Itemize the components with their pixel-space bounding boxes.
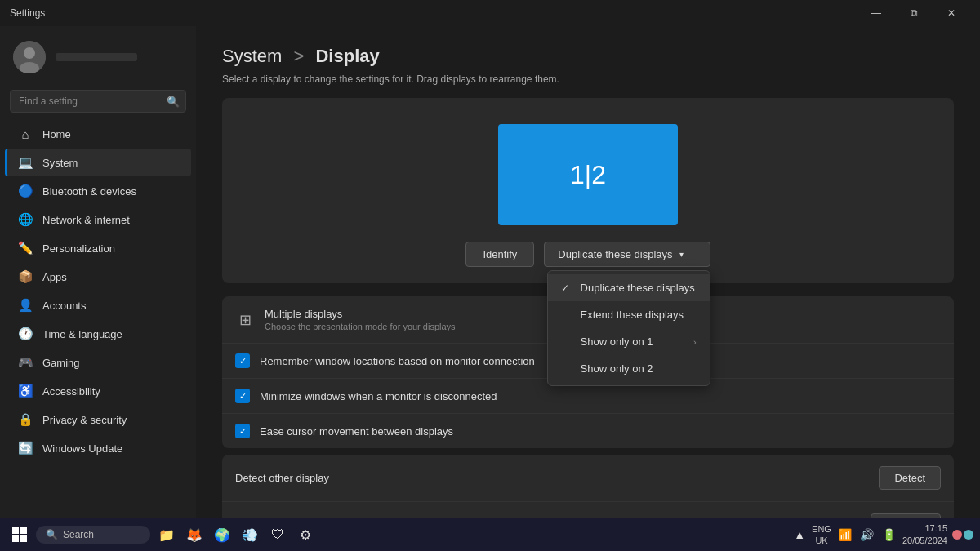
- dropdown-item-label: Duplicate these displays: [581, 282, 695, 294]
- privacy-icon: 🔒: [18, 412, 33, 427]
- dropdown-item-duplicate[interactable]: ✓ Duplicate these displays: [548, 274, 710, 301]
- display-preview-area: 1|2 Identify Duplicate these displays ▾ …: [222, 98, 954, 283]
- sidebar-item-privacy[interactable]: 🔒 Privacy & security: [5, 406, 191, 433]
- checkbox-minimize-windows[interactable]: [235, 389, 250, 403]
- display-buttons: Identify Duplicate these displays ▾ ✓ Du…: [466, 242, 710, 267]
- breadcrumb-parent: System: [222, 46, 282, 66]
- dropdown-item-label: Show only on 2: [581, 362, 653, 375]
- svg-rect-4: [20, 527, 27, 534]
- detect-display-title: Detect other display: [235, 472, 869, 484]
- apps-label: Apps: [42, 271, 67, 283]
- restore-button[interactable]: ⧉: [895, 0, 933, 26]
- close-button[interactable]: ✕: [933, 0, 970, 26]
- user-profile[interactable]: [0, 33, 196, 87]
- sidebar-item-accessibility[interactable]: ♿ Accessibility: [5, 377, 191, 405]
- dropdown-item-show1[interactable]: Show only on 1 ›: [548, 328, 710, 355]
- taskbar-search[interactable]: 🔍 Search: [36, 526, 150, 544]
- systray-chevron[interactable]: ▲: [792, 527, 807, 543]
- sidebar-item-accounts[interactable]: 👤 Accounts: [5, 291, 191, 319]
- accounts-label: Accounts: [42, 300, 86, 312]
- firefox-icon[interactable]: 🦊: [181, 522, 207, 548]
- checkbox-remember-window[interactable]: [235, 353, 250, 368]
- accounts-icon: 👤: [18, 298, 33, 313]
- dropdown-menu: ✓ Duplicate these displays Extend these …: [547, 270, 710, 386]
- battery-icon[interactable]: 🔋: [880, 527, 898, 543]
- detect-display-text: Detect other display: [235, 472, 869, 484]
- gaming-label: Gaming: [42, 357, 80, 369]
- connect-wireless-button[interactable]: Connect: [871, 513, 941, 518]
- svg-point-1: [24, 47, 35, 59]
- clock: 17:15 20/05/2024: [902, 522, 947, 548]
- home-label: Home: [42, 128, 71, 140]
- start-button[interactable]: [7, 522, 33, 548]
- window-controls: — ⧉ ✕: [858, 0, 970, 26]
- dropdown-item-label: Extend these displays: [581, 309, 684, 321]
- dropdown-item-label: Show only on 1: [581, 335, 653, 348]
- volume-icon[interactable]: 🔊: [858, 527, 875, 543]
- sidebar-item-system[interactable]: 💻 System: [5, 149, 191, 176]
- breadcrumb-separator: >: [293, 46, 304, 66]
- sidebar-item-home[interactable]: ⌂ Home: [5, 120, 191, 148]
- checkbox-label-minimize-windows: Minimize windows when a monitor is disco…: [260, 390, 497, 402]
- multiple-displays-icon: ⊞: [235, 311, 255, 329]
- time: 17:15: [902, 522, 947, 535]
- sidebar-item-bluetooth[interactable]: 🔵 Bluetooth & devices: [5, 177, 191, 205]
- lang-line1: ENG: [812, 523, 831, 535]
- personalization-icon: ✏️: [18, 241, 33, 256]
- detect-display-button[interactable]: Detect: [879, 466, 941, 490]
- update-label: Windows Update: [42, 442, 122, 455]
- vpn-icon[interactable]: 🛡: [265, 522, 291, 548]
- sidebar-item-time[interactable]: 🕐 Time & language: [5, 320, 191, 348]
- window-title: Settings: [10, 7, 858, 19]
- app-icon[interactable]: 💨: [237, 522, 263, 548]
- sidebar-item-apps[interactable]: 📦 Apps: [5, 263, 191, 291]
- sidebar-item-network[interactable]: 🌐 Network & internet: [5, 206, 191, 233]
- arrow-right-icon: ›: [693, 337, 697, 347]
- search-box[interactable]: 🔍: [10, 90, 186, 113]
- search-icon[interactable]: 🔍: [167, 96, 180, 108]
- browser-icon[interactable]: 🌍: [209, 522, 235, 548]
- dropdown-item-show2[interactable]: Show only on 2: [548, 355, 710, 382]
- date: 20/05/2024: [902, 535, 947, 547]
- breadcrumb: System > Display: [222, 46, 954, 67]
- dropdown-item-extend[interactable]: Extend these displays: [548, 301, 710, 328]
- dropdown-button[interactable]: Duplicate these displays ▾: [544, 242, 710, 267]
- page-header: System > Display Select a display to cha…: [196, 26, 980, 98]
- identify-button[interactable]: Identify: [466, 242, 534, 267]
- apps-icon: 📦: [18, 269, 33, 284]
- avatar: [13, 41, 46, 73]
- taskbar-app-icons: 📁🦊🌍💨🛡⚙: [154, 522, 318, 548]
- checkbox-label-remember-window: Remember window locations based on monit…: [260, 355, 535, 367]
- accessibility-icon: ♿: [18, 384, 33, 398]
- action-row-detect-display: Detect other display Detect: [222, 455, 954, 502]
- checkbox-label-ease-cursor: Ease cursor movement between displays: [260, 425, 453, 438]
- minimize-button[interactable]: —: [858, 0, 895, 26]
- system-icon: 💻: [18, 155, 33, 170]
- svg-rect-5: [12, 535, 19, 542]
- sidebar: 🔍 ⌂ Home 💻 System 🔵 Bluetooth & devices …: [0, 26, 196, 518]
- update-icon: 🔄: [18, 441, 33, 455]
- sidebar-item-personalization[interactable]: ✏️ Personalization: [5, 234, 191, 262]
- settings-icon[interactable]: ⚙: [292, 522, 318, 548]
- sidebar-item-update[interactable]: 🔄 Windows Update: [5, 434, 191, 462]
- sidebar-item-gaming[interactable]: 🎮 Gaming: [5, 349, 191, 376]
- personalization-label: Personalization: [42, 242, 115, 255]
- user-name: [56, 53, 137, 61]
- content-area: System > Display Select a display to cha…: [196, 26, 980, 518]
- connect-wireless-right: Connect: [871, 513, 941, 518]
- time-label: Time & language: [42, 328, 122, 340]
- app-body: 🔍 ⌂ Home 💻 System 🔵 Bluetooth & devices …: [0, 26, 980, 518]
- gaming-icon: 🎮: [18, 355, 33, 370]
- titlebar: Settings — ⧉ ✕: [0, 0, 980, 26]
- wifi-icon[interactable]: 📶: [836, 527, 853, 543]
- bluetooth-label: Bluetooth & devices: [42, 185, 136, 198]
- network-icon: 🌐: [18, 212, 33, 227]
- search-input[interactable]: [10, 90, 186, 113]
- checkbox-ease-cursor[interactable]: [235, 424, 250, 438]
- taskbar: 🔍 Search 📁🦊🌍💨🛡⚙ ▲ ENG UK 📶 🔊 🔋 17:15 20/…: [0, 518, 980, 551]
- language-badge: ENG UK: [812, 523, 831, 547]
- taskbar-search-label: Search: [63, 529, 94, 540]
- file-manager-icon[interactable]: 📁: [154, 522, 180, 548]
- monitor-display[interactable]: 1|2: [498, 124, 678, 225]
- dropdown-label: Duplicate these displays: [558, 248, 672, 260]
